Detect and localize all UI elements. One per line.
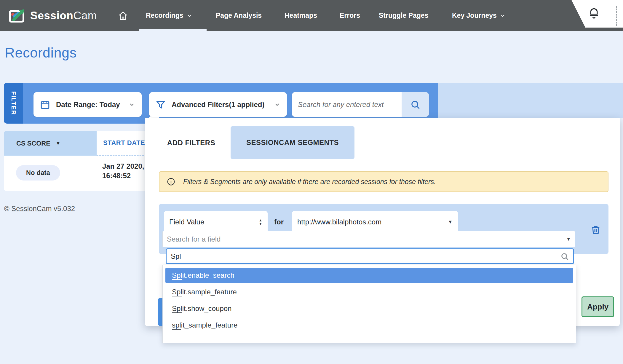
- apply-button[interactable]: Apply: [582, 296, 614, 317]
- field-option[interactable]: Split.enable_search: [165, 268, 573, 283]
- brand-logo[interactable]: SessionCam: [9, 7, 97, 25]
- option-match-text: Spl: [172, 304, 182, 312]
- chevron-down-icon: [274, 101, 280, 108]
- cs-score-badge: No data: [16, 165, 60, 181]
- field-search-dropdown[interactable]: ▼: [162, 231, 575, 247]
- chevron-down-icon: [500, 13, 506, 19]
- for-label: for: [274, 218, 284, 226]
- active-nav-indicator: [139, 29, 207, 31]
- calendar-icon: [40, 100, 50, 110]
- nav-item-label: Page Analysis: [216, 12, 262, 20]
- search-icon: [410, 99, 421, 110]
- info-banner-text: Filters & Segments are only available if…: [183, 178, 436, 186]
- sort-descending-icon: ▼: [56, 141, 60, 146]
- sessioncam-link[interactable]: SessionCam: [11, 205, 52, 213]
- trash-icon: [591, 225, 601, 235]
- field-option[interactable]: Split.sample_feature: [165, 285, 573, 299]
- field-option[interactable]: Split.show_coupon: [165, 301, 573, 316]
- select-updown-icon: ▲▼: [259, 218, 262, 226]
- copyright-symbol: ©: [4, 205, 9, 213]
- brand-name: SessionCam: [30, 9, 97, 22]
- nav-item-label: Struggle Pages: [379, 12, 428, 20]
- sessioncam-logo-icon: [9, 8, 26, 23]
- option-rest-text: it.enable_search: [182, 271, 234, 279]
- filter-bar-extension: [438, 83, 623, 118]
- notifications-bell-button[interactable]: [586, 5, 602, 22]
- nav-item-key-journeys[interactable]: Key Journeys: [452, 0, 506, 31]
- date-range-button[interactable]: Date Range: Today: [33, 92, 142, 117]
- session-search-input[interactable]: [292, 92, 402, 117]
- dropdown-arrow-icon: ▼: [566, 237, 571, 242]
- option-rest-text: it.sample_feature: [182, 288, 237, 296]
- filter-tab-label: FILTER: [10, 91, 17, 115]
- navbar: SessionCam Recordings Page Analysis Heat…: [0, 0, 623, 31]
- option-match-text: Spl: [172, 271, 182, 279]
- nav-item-label: Errors: [340, 12, 360, 20]
- info-banner: Filters & Segments are only available if…: [159, 171, 608, 192]
- column-header-cs-score[interactable]: CS SCORE ▼: [4, 131, 97, 156]
- option-match-text: Spl: [172, 288, 182, 296]
- nav-item-heatmaps[interactable]: Heatmaps: [285, 0, 317, 31]
- home-icon: [118, 11, 128, 21]
- delete-filter-button[interactable]: [590, 224, 601, 235]
- cs-score-header-label: CS SCORE: [16, 140, 50, 147]
- add-filters-tab-label: ADD FILTERS: [167, 139, 215, 147]
- session-search: [292, 92, 429, 117]
- advanced-filters-label: Advanced Filters(1 applied): [172, 100, 268, 109]
- date-range-label: Date Range: Today: [56, 100, 123, 109]
- filter-funnel-icon: [156, 100, 166, 110]
- field-typeahead: [166, 248, 574, 264]
- field-typeahead-input[interactable]: [171, 252, 560, 261]
- chevron-down-icon: [129, 101, 135, 108]
- option-rest-text: it_sample_feature: [181, 321, 238, 329]
- info-icon: [167, 177, 175, 186]
- select-down-icon: ▼: [448, 219, 453, 225]
- vertical-dots-divider: [616, 6, 617, 26]
- search-icon: [560, 252, 569, 261]
- nav-item-label: Heatmaps: [285, 12, 317, 20]
- field-type-select[interactable]: Field Value ▲▼: [164, 211, 268, 233]
- bell-icon: [588, 7, 600, 20]
- tab-add-filters[interactable]: ADD FILTERS: [166, 133, 216, 152]
- nav-item-recordings[interactable]: Recordings: [146, 0, 192, 31]
- nav-item-struggle-pages[interactable]: Struggle Pages: [379, 0, 428, 31]
- advanced-filters-button[interactable]: Advanced Filters(1 applied): [149, 92, 287, 117]
- version-label: v5.032: [54, 205, 75, 213]
- option-rest-text: it.show_coupon: [182, 304, 232, 312]
- page-title: Recordings: [5, 44, 77, 61]
- nav-item-label: Key Journeys: [452, 12, 497, 20]
- tab-sessioncam-segments[interactable]: SESSIONCAM SEGMENTS: [231, 126, 354, 159]
- filter-tab[interactable]: FILTER: [4, 83, 23, 124]
- field-type-value: Field Value: [169, 218, 259, 226]
- site-select-value: http://www.bilalphotos.com: [297, 218, 448, 226]
- start-date-header-label: START DATE: [103, 139, 145, 147]
- field-search-placeholder-input[interactable]: [167, 235, 566, 243]
- nav-home[interactable]: [118, 0, 128, 31]
- nav-item-errors[interactable]: Errors: [340, 0, 360, 31]
- site-select[interactable]: http://www.bilalphotos.com ▼: [292, 211, 458, 233]
- field-option[interactable]: split_sample_feature: [165, 318, 573, 333]
- nav-item-label: Recordings: [146, 12, 183, 20]
- field-options-list: Split.enable_search Split.sample_feature…: [162, 265, 576, 343]
- option-match-text: spl: [172, 321, 181, 329]
- nav-item-page-analysis[interactable]: Page Analysis: [216, 0, 262, 31]
- search-button[interactable]: [402, 92, 429, 117]
- copyright: © SessionCam v5.032: [4, 205, 75, 213]
- segments-tab-label: SESSIONCAM SEGMENTS: [246, 138, 339, 147]
- chevron-down-icon: [186, 13, 192, 19]
- apply-button-label: Apply: [587, 302, 608, 312]
- start-date-value: Jan 27 2020, 16:48:52: [102, 162, 151, 181]
